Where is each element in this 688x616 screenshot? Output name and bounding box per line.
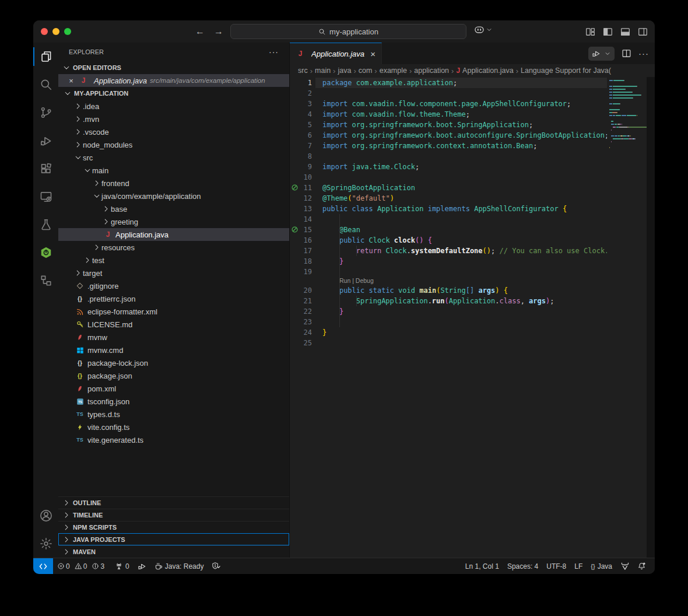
toggle-panel-button[interactable]	[620, 27, 630, 37]
tab-application-java[interactable]: J Application.java ×	[290, 43, 382, 64]
breadcrumb-example[interactable]: example	[380, 66, 407, 75]
tree-item-.prettierrc.json[interactable]: {}.prettierrc.json	[58, 292, 289, 305]
code-line-21[interactable]: 21 SpringApplication.run(Application.cla…	[290, 296, 607, 306]
close-tab-icon[interactable]: ×	[370, 49, 375, 59]
tree-item-types.d.ts[interactable]: TStypes.d.ts	[58, 408, 289, 421]
activity-extensions[interactable]	[33, 155, 58, 183]
status-bell-dot[interactable]	[633, 558, 650, 574]
activity-source-control[interactable]	[33, 99, 58, 127]
panel-outline[interactable]: OUTLINE	[58, 496, 289, 509]
status-radio-tower[interactable]: 0	[111, 558, 134, 574]
tree-item-.vscode[interactable]: .vscode	[58, 125, 289, 138]
close-window-button[interactable]	[41, 28, 48, 35]
code-line-12[interactable]: 12@Theme("default")	[290, 193, 607, 204]
toggle-secondary-sidebar-button[interactable]	[638, 27, 648, 37]
code-line-9[interactable]: 9import java.time.Clock;	[290, 162, 607, 172]
tree-item-mvnw[interactable]: mvnw	[58, 331, 289, 344]
breadcrumb-src[interactable]: src	[298, 66, 308, 75]
status-coffee[interactable]: Java: Ready	[150, 558, 208, 574]
status-lf[interactable]: LF	[570, 558, 587, 574]
breadcrumb-language-support-for-java-[interactable]: Language Support for Java(	[521, 66, 611, 75]
panel-timeline[interactable]: TIMELINE	[58, 509, 289, 521]
spring-bean-gutter-icon[interactable]	[291, 226, 299, 234]
tree-item-java-com-example-application[interactable]: java/com/example/application	[58, 190, 289, 202]
activity-search[interactable]	[33, 71, 58, 99]
status-problems[interactable]: 003	[53, 558, 111, 574]
code-line-24[interactable]: 24}	[290, 327, 607, 338]
open-editor-item[interactable]: × J Application.java src/main/java/com/e…	[58, 74, 289, 87]
activity-remote-explorer[interactable]	[33, 183, 58, 211]
tree-item-tsconfig.json[interactable]: TStsconfig.json	[58, 395, 289, 408]
command-center-search[interactable]: my-application	[230, 24, 466, 39]
code-line-14[interactable]: 14	[290, 214, 607, 225]
code-line-7[interactable]: 7import org.springframework.context.anno…	[290, 141, 607, 151]
tree-item-vite.config.ts[interactable]: vite.config.ts	[58, 421, 289, 433]
activity-structure[interactable]	[33, 267, 58, 295]
code-line-1[interactable]: 1package com.example.application;	[290, 78, 607, 88]
chevron-down-icon[interactable]	[602, 50, 613, 57]
status-braces[interactable]: {}Java	[587, 558, 616, 574]
tree-item-frontend[interactable]: frontend	[58, 177, 289, 190]
tree-item-package-lock.json[interactable]: {}package-lock.json	[58, 356, 289, 369]
status-utf-8[interactable]: UTF-8	[542, 558, 570, 574]
breadcrumb-application.java[interactable]: JApplication.java	[456, 66, 513, 75]
tree-item-license.md[interactable]: LICENSE.md	[58, 318, 289, 331]
tree-item-.mvn[interactable]: .mvn	[58, 113, 289, 125]
close-editor-icon[interactable]: ×	[66, 76, 76, 85]
codelens-run-debug[interactable]: Run | Debug	[290, 277, 607, 285]
back-arrow-icon[interactable]: ←	[195, 26, 205, 37]
tree-item-eclipse-formatter.xml[interactable]: eclipse-formatter.xml	[58, 305, 289, 318]
code-line-20[interactable]: 20 public static void main(String[] args…	[290, 285, 607, 296]
minimize-window-button[interactable]	[52, 28, 59, 35]
run-or-debug-button[interactable]	[588, 47, 615, 61]
tree-item-main[interactable]: main	[58, 164, 289, 177]
tree-item-.gitignore[interactable]: .gitignore	[58, 279, 289, 292]
tree-item-test[interactable]: test	[58, 254, 289, 267]
code-line-13[interactable]: 13public class Application implements Ap…	[290, 204, 607, 214]
code-editor[interactable]: 1package com.example.application;23impor…	[290, 77, 655, 558]
copilot-button[interactable]	[474, 24, 493, 35]
minimap[interactable]	[607, 77, 647, 152]
panel-java-projects[interactable]: JAVA PROJECTS	[58, 533, 289, 545]
code-line-10[interactable]: 10	[290, 172, 607, 183]
editor-scrollbar[interactable]	[647, 77, 655, 558]
tree-item-node-modules[interactable]: node_modules	[58, 138, 289, 151]
tree-item-base[interactable]: base	[58, 202, 289, 215]
code-line-22[interactable]: 22 }	[290, 306, 607, 317]
tree-item-mvnw.cmd[interactable]: mvnw.cmd	[58, 344, 289, 356]
breadcrumb-com[interactable]: com	[359, 66, 373, 75]
tree-item-resources[interactable]: resources	[58, 241, 289, 254]
tree-item-target[interactable]: target	[58, 267, 289, 279]
status-spaces-4[interactable]: Spaces: 4	[503, 558, 542, 574]
spring-bean-gutter-icon[interactable]	[291, 184, 299, 192]
code-line-2[interactable]: 2	[290, 88, 607, 99]
breadcrumb-main[interactable]: main	[315, 66, 331, 75]
code-line-8[interactable]: 8	[290, 151, 607, 162]
code-line-4[interactable]: 4import com.vaadin.flow.theme.Theme;	[290, 109, 607, 120]
activity-run-and-debug[interactable]	[33, 127, 58, 155]
activity-accounts[interactable]	[33, 502, 58, 530]
code-line-17[interactable]: 17 return Clock.systemDefaultZone(); // …	[290, 246, 607, 256]
status-ln-1-col-1[interactable]: Ln 1, Col 1	[461, 558, 503, 574]
code-line-6[interactable]: 6import org.springframework.boot.autocon…	[290, 130, 607, 141]
status-vaadin[interactable]	[616, 558, 633, 574]
tree-item-.idea[interactable]: .idea	[58, 100, 289, 113]
breadcrumb-application[interactable]: application	[414, 66, 449, 75]
panel-maven[interactable]: MAVEN	[58, 545, 289, 558]
activity-spring-boot-dashboard[interactable]	[33, 239, 58, 267]
tree-item-greeting[interactable]: greeting	[58, 215, 289, 228]
tree-item-application.java[interactable]: JApplication.java	[58, 228, 289, 241]
toggle-primary-sidebar-button[interactable]	[603, 27, 613, 37]
explorer-more-actions-button[interactable]: ···	[269, 47, 279, 57]
code-line-16[interactable]: 16 public Clock clock() {	[290, 235, 607, 246]
status-shield-check[interactable]	[208, 558, 224, 574]
activity-explorer[interactable]	[33, 43, 58, 71]
code-line-19[interactable]: 19	[290, 267, 607, 277]
code-line-25[interactable]: 25	[290, 338, 607, 348]
tree-item-pom.xml[interactable]: pom.xml	[58, 382, 289, 395]
project-root-header[interactable]: MY-APPLICATION	[58, 87, 289, 100]
panel-npm-scripts[interactable]: NPM SCRIPTS	[58, 521, 289, 533]
breadcrumb-java[interactable]: java	[338, 66, 351, 75]
code-line-18[interactable]: 18 }	[290, 256, 607, 267]
activity-testing[interactable]	[33, 211, 58, 239]
